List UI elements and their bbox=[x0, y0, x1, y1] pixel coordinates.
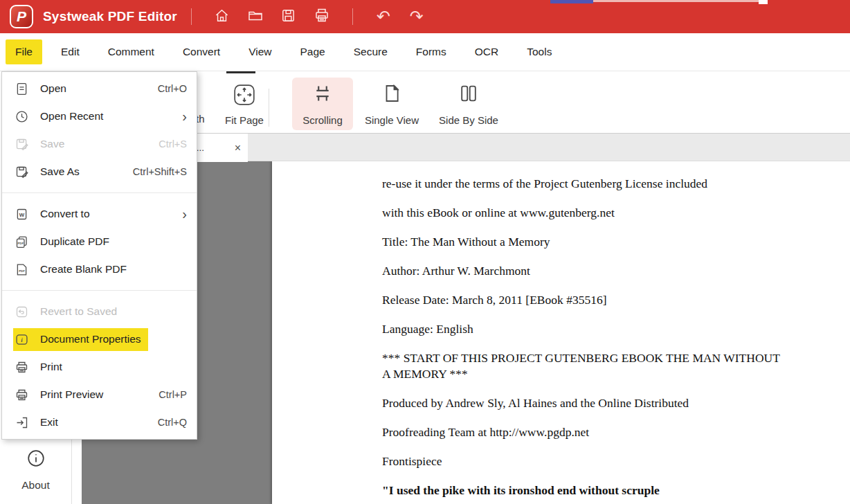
menu-item-create-blank-pdf[interactable]: PDF Create Blank PDF bbox=[2, 255, 197, 283]
menu-item-convert-to[interactable]: W Convert to › bbox=[2, 200, 197, 228]
menu-item-document-properties[interactable]: i Document Properties bbox=[2, 325, 197, 353]
home-button[interactable] bbox=[206, 0, 239, 33]
document-tab-label: t... bbox=[194, 143, 235, 153]
menu-item-save-as[interactable]: Save As Ctrl+Shift+S bbox=[2, 158, 197, 186]
printer-icon bbox=[314, 7, 330, 26]
printer-icon bbox=[13, 388, 30, 402]
fit-page-label: Fit Page bbox=[225, 114, 264, 126]
menu-item-exit[interactable]: Exit Ctrl+Q bbox=[2, 408, 197, 436]
menu-tools[interactable]: Tools bbox=[517, 39, 561, 64]
single-view-button[interactable]: Single View bbox=[359, 78, 425, 130]
titlebar: P Systweak PDF Editor ↶ ↷ bbox=[0, 0, 850, 33]
open-document-icon bbox=[13, 82, 30, 96]
menu-view[interactable]: View bbox=[239, 39, 281, 64]
menu-item-label: Print Preview bbox=[40, 388, 103, 401]
menu-separator bbox=[2, 192, 197, 193]
shortcut-label: Ctrl+S bbox=[159, 138, 187, 150]
duplicate-pdf-icon: PDF bbox=[13, 235, 30, 249]
shortcut-label: Ctrl+P bbox=[159, 389, 187, 400]
menu-item-open[interactable]: Open Ctrl+O bbox=[2, 75, 197, 102]
single-page-icon bbox=[381, 83, 402, 107]
menu-item-label: Print bbox=[40, 361, 62, 373]
menu-item-open-recent[interactable]: Open Recent › bbox=[2, 102, 197, 130]
chevron-right-icon: › bbox=[182, 207, 187, 221]
shortcut-label: Ctrl+Shift+S bbox=[133, 166, 187, 177]
menu-secure[interactable]: Secure bbox=[344, 39, 397, 64]
doc-line: *** START OF THIS PROJECT GUTENBERG EBOO… bbox=[382, 351, 840, 366]
menu-edit[interactable]: Edit bbox=[51, 39, 89, 64]
menu-item-label: Create Blank PDF bbox=[40, 263, 127, 276]
shortcut-label: Ctrl+O bbox=[158, 83, 187, 94]
redo-button[interactable]: ↷ bbox=[400, 0, 433, 33]
menu-item-label: Open bbox=[40, 82, 66, 95]
menu-item-label: Duplicate PDF bbox=[40, 235, 109, 248]
clock-icon bbox=[13, 109, 30, 124]
doc-line: Release Date: March 8, 2011 [EBook #3551… bbox=[382, 293, 840, 307]
menu-item-print[interactable]: Print bbox=[2, 353, 197, 381]
titlebar-divider bbox=[191, 8, 192, 25]
doc-line: Produced by Andrew Sly, Al Haines and th… bbox=[382, 396, 840, 411]
pdf-page[interactable]: re-use it under the terms of the Project… bbox=[272, 161, 850, 504]
menu-file[interactable]: File bbox=[6, 39, 42, 64]
menu-convert[interactable]: Convert bbox=[173, 39, 230, 64]
about-button[interactable]: About bbox=[0, 449, 71, 492]
side-by-side-label: Side By Side bbox=[439, 114, 498, 126]
menubar: File Edit Comment Convert View Page Secu… bbox=[0, 33, 850, 71]
info-circle-icon bbox=[26, 449, 46, 471]
fit-page-icon bbox=[233, 83, 256, 109]
folder-icon bbox=[247, 7, 264, 26]
pdf-page-text: re-use it under the terms of the Project… bbox=[382, 177, 840, 498]
chevron-right-icon: › bbox=[182, 109, 187, 123]
menu-item-save[interactable]: Save Ctrl+S bbox=[2, 130, 197, 158]
menu-item-label: Revert to Saved bbox=[40, 305, 117, 318]
menu-item-label: Open Recent bbox=[40, 110, 103, 123]
app-logo-icon: P bbox=[10, 5, 33, 28]
doc-line: Author: Arthur W. Marchmont bbox=[382, 264, 840, 278]
revert-icon bbox=[13, 305, 30, 319]
open-file-button[interactable] bbox=[239, 0, 272, 33]
word-document-icon: W bbox=[13, 207, 30, 222]
about-label: About bbox=[21, 479, 50, 492]
save-icon bbox=[280, 8, 296, 26]
menu-item-print-preview[interactable]: Print Preview Ctrl+P bbox=[2, 381, 197, 408]
scrolling-view-icon bbox=[312, 83, 333, 107]
menu-ocr[interactable]: OCR bbox=[465, 39, 508, 64]
doc-line: "I used the pike with its ironshod end w… bbox=[382, 483, 840, 498]
menu-item-revert-to-saved[interactable]: Revert to Saved bbox=[2, 298, 197, 325]
side-by-side-button[interactable]: Side By Side bbox=[433, 78, 504, 130]
doc-line: Frontispiece bbox=[382, 454, 840, 469]
print-button[interactable] bbox=[305, 0, 338, 33]
video-marker-artifact bbox=[226, 71, 255, 73]
exit-icon bbox=[13, 415, 30, 430]
printer-icon bbox=[13, 360, 30, 375]
menu-forms[interactable]: Forms bbox=[406, 39, 456, 64]
highlighted-menu-item: i Document Properties bbox=[13, 328, 148, 351]
fit-page-button[interactable]: Fit Page bbox=[213, 78, 275, 130]
scrolling-label: Scrolling bbox=[302, 114, 343, 126]
info-icon: i bbox=[13, 332, 30, 347]
menu-item-label: Convert to bbox=[40, 208, 90, 220]
titlebar-divider bbox=[352, 8, 353, 25]
doc-line: Proofreading Team at http://www.pgdp.net bbox=[382, 425, 840, 440]
doc-line: A MEMORY *** bbox=[382, 367, 840, 381]
blank-pdf-icon: PDF bbox=[13, 262, 30, 277]
menu-page[interactable]: Page bbox=[291, 39, 335, 64]
video-progress-artifact bbox=[550, 0, 593, 3]
save-edit-icon bbox=[13, 137, 30, 152]
close-tab-icon[interactable]: × bbox=[235, 142, 241, 154]
app-title: Systweak PDF Editor bbox=[43, 9, 177, 24]
menu-item-label: Save bbox=[40, 138, 64, 150]
two-pages-icon bbox=[458, 83, 479, 107]
menu-item-duplicate-pdf[interactable]: PDF Duplicate PDF bbox=[2, 228, 197, 255]
doc-line: re-use it under the terms of the Project… bbox=[382, 177, 840, 191]
toolbar-divider bbox=[269, 89, 269, 127]
undo-button[interactable]: ↶ bbox=[367, 0, 400, 33]
menu-separator bbox=[2, 290, 197, 291]
menu-item-label: Document Properties bbox=[40, 333, 141, 345]
menu-item-label: Save As bbox=[40, 165, 80, 178]
save-button[interactable] bbox=[272, 0, 305, 33]
scrolling-button[interactable]: Scrolling bbox=[292, 78, 353, 130]
svg-text:W: W bbox=[19, 211, 24, 217]
home-icon bbox=[214, 8, 230, 26]
menu-comment[interactable]: Comment bbox=[98, 39, 164, 64]
